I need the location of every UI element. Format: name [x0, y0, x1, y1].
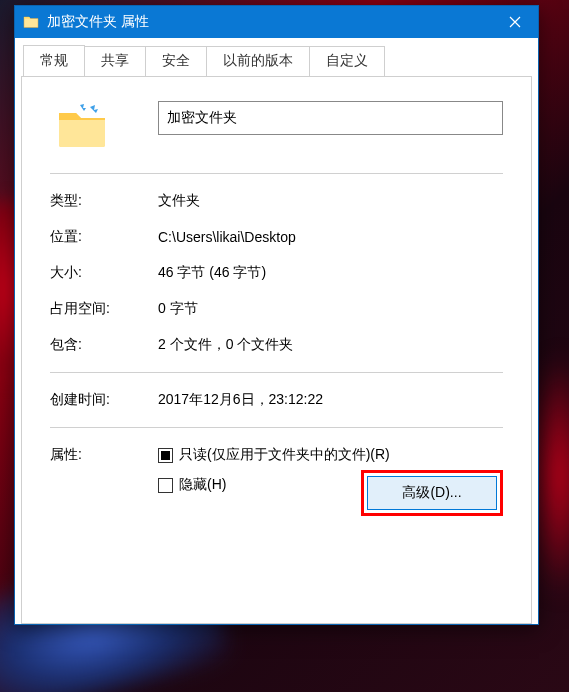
- folder-name-input[interactable]: [158, 101, 503, 135]
- readonly-label: 只读(仅应用于文件夹中的文件)(R): [179, 446, 390, 464]
- folder-icon: [23, 14, 39, 30]
- readonly-checkbox[interactable]: [158, 448, 173, 463]
- created-value: 2017年12月6日，23:12:22: [158, 391, 503, 409]
- tab-security[interactable]: 安全: [145, 46, 207, 78]
- tab-customize[interactable]: 自定义: [309, 46, 385, 78]
- created-label: 创建时间:: [50, 391, 158, 409]
- properties-dialog: 加密文件夹 属性 常规 共享 安全 以前的版本 自定义: [14, 5, 539, 625]
- type-value: 文件夹: [158, 192, 503, 210]
- divider: [50, 173, 503, 174]
- titlebar[interactable]: 加密文件夹 属性: [15, 6, 538, 38]
- tab-sharing[interactable]: 共享: [84, 46, 146, 78]
- contains-value: 2 个文件，0 个文件夹: [158, 336, 503, 354]
- window-title: 加密文件夹 属性: [47, 13, 492, 31]
- divider: [50, 427, 503, 428]
- tab-previous-versions[interactable]: 以前的版本: [206, 46, 310, 78]
- advanced-button-highlight: 高级(D)...: [361, 470, 503, 516]
- dialog-content: 常规 共享 安全 以前的版本 自定义: [15, 38, 538, 624]
- close-button[interactable]: [492, 6, 538, 38]
- attributes-label: 属性:: [50, 446, 158, 506]
- tab-general[interactable]: 常规: [23, 45, 85, 77]
- size-value: 46 字节 (46 字节): [158, 264, 503, 282]
- contains-label: 包含:: [50, 336, 158, 354]
- tab-panel-general: 类型: 文件夹 位置: C:\Users\likai\Desktop 大小: 4…: [21, 76, 532, 624]
- type-label: 类型:: [50, 192, 158, 210]
- advanced-button[interactable]: 高级(D)...: [367, 476, 497, 510]
- folder-large-icon: [56, 103, 108, 149]
- size-on-disk-label: 占用空间:: [50, 300, 158, 318]
- hidden-label: 隐藏(H): [179, 476, 226, 494]
- tab-row: 常规 共享 安全 以前的版本 自定义: [21, 44, 532, 76]
- hidden-checkbox[interactable]: [158, 478, 173, 493]
- size-label: 大小:: [50, 264, 158, 282]
- location-value: C:\Users\likai\Desktop: [158, 229, 503, 245]
- size-on-disk-value: 0 字节: [158, 300, 503, 318]
- divider: [50, 372, 503, 373]
- location-label: 位置:: [50, 228, 158, 246]
